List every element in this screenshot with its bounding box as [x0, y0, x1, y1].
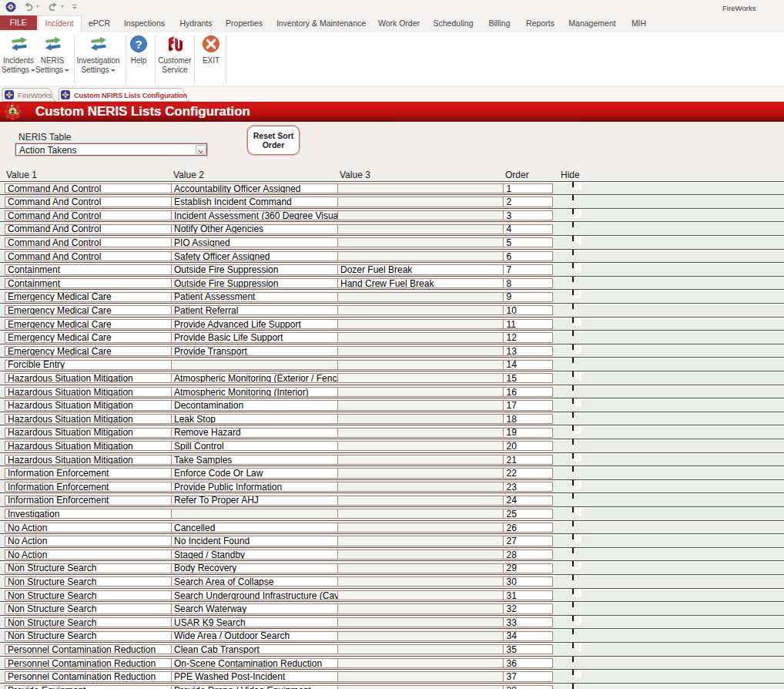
svg-text:?: ?	[135, 38, 142, 51]
